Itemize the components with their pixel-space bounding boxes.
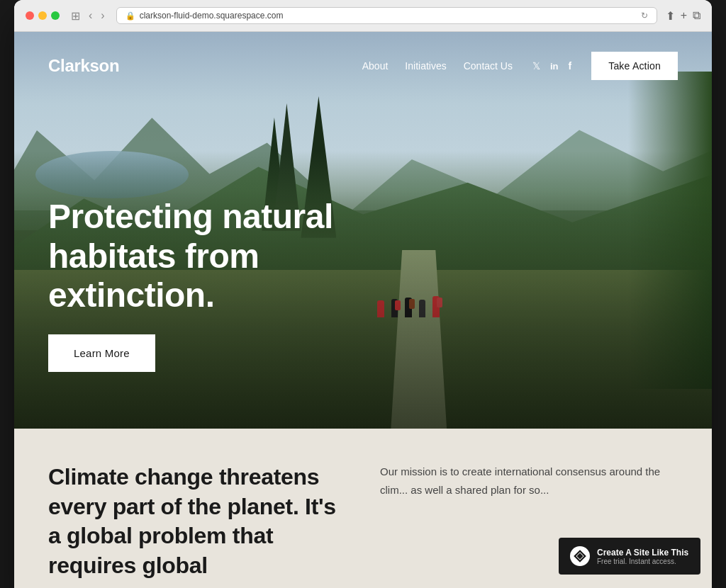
take-action-button[interactable]: Take Action — [591, 52, 678, 80]
browser-actions: ⬆ + ⧉ — [666, 9, 700, 23]
refresh-icon[interactable]: ↻ — [641, 11, 648, 21]
below-left-heading: Climate change threatens every part of t… — [48, 463, 346, 580]
address-bar[interactable]: 🔒 clarkson-fluid-demo.squarespace.com ↻ — [116, 7, 657, 24]
maximize-button[interactable] — [51, 11, 60, 20]
nav-link-about[interactable]: About — [362, 60, 389, 72]
close-button[interactable] — [26, 11, 34, 20]
navigation: Clarkson About Initiatives Contact Us 𝕏 … — [14, 32, 712, 100]
squarespace-badge[interactable]: Create A Site Like This Free trial. Inst… — [559, 538, 700, 575]
squarespace-logo-icon — [574, 550, 586, 562]
linkedin-icon[interactable]: in — [550, 61, 559, 72]
nav-social: 𝕏 in f — [532, 60, 571, 72]
nav-link-initiatives[interactable]: Initiatives — [405, 60, 446, 72]
squarespace-badge-text: Create A Site Like This Free trial. Inst… — [597, 548, 688, 565]
hero-content: Protecting natural habitats from extinct… — [48, 197, 389, 372]
squarespace-badge-title: Create A Site Like This — [597, 548, 688, 558]
minimize-button[interactable] — [38, 11, 47, 20]
nav-link-contact[interactable]: Contact Us — [464, 60, 513, 72]
lock-icon: 🔒 — [125, 11, 135, 21]
learn-more-button[interactable]: Learn More — [48, 334, 155, 372]
below-left-column: Climate change threatens every part of t… — [48, 463, 346, 580]
nav-right: About Initiatives Contact Us 𝕏 in f Take… — [362, 52, 678, 80]
share-icon[interactable]: ⬆ — [666, 9, 675, 23]
url-text: clarkson-fluid-demo.squarespace.com — [140, 11, 284, 21]
browser-controls: ⊞ ‹ › — [68, 8, 108, 24]
sidebar-toggle-icon[interactable]: ⊞ — [68, 8, 83, 24]
squarespace-logo — [570, 546, 590, 566]
nav-logo: Clarkson — [48, 56, 119, 76]
back-icon[interactable]: ‹ — [86, 8, 95, 23]
below-right-text: Our mission is to create international c… — [380, 463, 678, 499]
tab-overview-icon[interactable]: ⧉ — [693, 9, 700, 23]
twitter-icon[interactable]: 𝕏 — [532, 60, 540, 72]
browser-chrome: ⊞ ‹ › 🔒 clarkson-fluid-demo.squarespace.… — [14, 0, 712, 32]
forward-icon[interactable]: › — [98, 8, 107, 23]
website-content: Clarkson About Initiatives Contact Us 𝕏 … — [14, 32, 712, 588]
new-tab-icon[interactable]: + — [681, 9, 687, 23]
nav-links: About Initiatives Contact Us — [362, 60, 513, 72]
squarespace-badge-subtitle: Free trial. Instant access. — [597, 558, 688, 565]
facebook-icon[interactable]: f — [569, 60, 572, 72]
hero-title: Protecting natural habitats from extinct… — [48, 197, 389, 315]
hero-section: Clarkson About Initiatives Contact Us 𝕏 … — [14, 32, 712, 429]
traffic-lights — [26, 11, 60, 20]
